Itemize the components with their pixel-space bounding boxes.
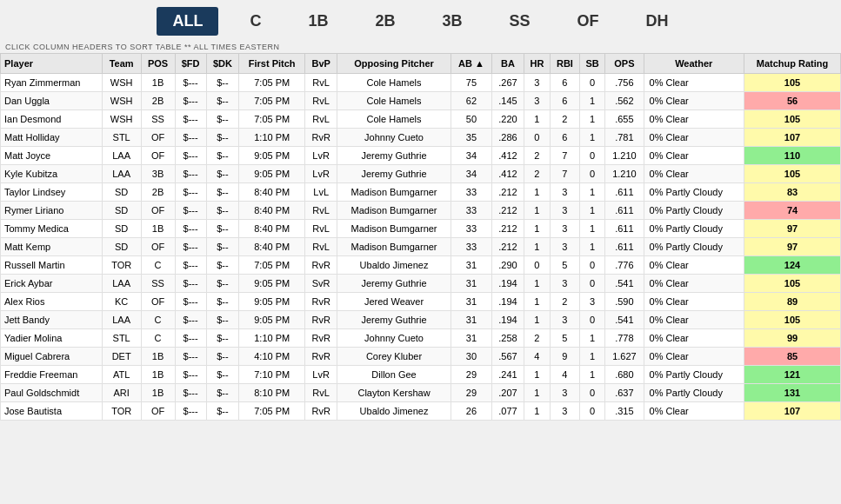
player-weather: 0% Partly Cloudy bbox=[644, 202, 744, 220]
player-fd: $--- bbox=[175, 129, 206, 147]
player-ba: .077 bbox=[492, 402, 524, 421]
col-pos[interactable]: POS bbox=[141, 54, 175, 74]
nav-c[interactable]: C bbox=[234, 7, 277, 36]
player-rating: 121 bbox=[744, 366, 841, 384]
player-pitcher: Jeremy Guthrie bbox=[337, 311, 451, 329]
player-ab: 33 bbox=[451, 202, 491, 220]
player-name: Taylor Lindsey bbox=[1, 183, 103, 202]
col-ab[interactable]: AB ▲ bbox=[451, 54, 491, 74]
nav-all[interactable]: ALL bbox=[157, 7, 218, 36]
player-ba: .212 bbox=[492, 220, 524, 238]
player-hr: 1 bbox=[524, 366, 550, 384]
player-name: Matt Joyce bbox=[1, 147, 103, 165]
player-ab: 34 bbox=[451, 165, 491, 183]
player-weather: 0% Partly Cloudy bbox=[644, 220, 744, 238]
player-pos: 1B bbox=[141, 74, 175, 92]
player-team: SD bbox=[102, 238, 141, 256]
player-pitcher: Cole Hamels bbox=[337, 110, 451, 129]
col-ops[interactable]: OPS bbox=[605, 54, 644, 74]
player-sb: 1 bbox=[579, 202, 604, 220]
nav-dh[interactable]: DH bbox=[631, 7, 684, 36]
player-team: LAA bbox=[102, 275, 141, 293]
player-pitcher: Cole Hamels bbox=[337, 92, 451, 110]
col-team[interactable]: Team bbox=[102, 54, 141, 74]
player-name: Kyle Kubitza bbox=[1, 165, 103, 183]
col-ba[interactable]: BA bbox=[492, 54, 524, 74]
player-ops: .611 bbox=[605, 183, 644, 202]
player-pos: 1B bbox=[141, 220, 175, 238]
col-weather[interactable]: Weather bbox=[644, 54, 744, 74]
col-fd[interactable]: $FD bbox=[175, 54, 206, 74]
player-name: Miguel Cabrera bbox=[1, 348, 103, 366]
col-hr[interactable]: HR bbox=[524, 54, 550, 74]
player-team: DET bbox=[102, 348, 141, 366]
player-team: SD bbox=[102, 183, 141, 202]
player-dk: $-- bbox=[206, 74, 239, 92]
table-row: Kyle Kubitza LAA 3B $--- $-- 9:05 PM LvR… bbox=[1, 165, 841, 183]
player-ops: .541 bbox=[605, 311, 644, 329]
nav-2b[interactable]: 2B bbox=[359, 7, 410, 36]
player-dk: $-- bbox=[206, 384, 239, 402]
player-rating: 74 bbox=[744, 202, 841, 220]
player-team: TOR bbox=[102, 256, 141, 275]
player-ops: .781 bbox=[605, 129, 644, 147]
player-rating: 97 bbox=[744, 220, 841, 238]
player-fp: 4:10 PM bbox=[239, 348, 305, 366]
player-bvp: LvR bbox=[305, 147, 337, 165]
nav-3b[interactable]: 3B bbox=[427, 7, 478, 36]
player-ops: .778 bbox=[605, 329, 644, 348]
player-pitcher: Ubaldo Jimenez bbox=[337, 402, 451, 421]
nav-of[interactable]: OF bbox=[562, 7, 615, 36]
player-pitcher: Madison Bumgarner bbox=[337, 220, 451, 238]
player-ops: .655 bbox=[605, 110, 644, 129]
player-ba: .194 bbox=[492, 275, 524, 293]
player-ba: .212 bbox=[492, 238, 524, 256]
player-team: WSH bbox=[102, 74, 141, 92]
player-fd: $--- bbox=[175, 110, 206, 129]
nav-ss[interactable]: SS bbox=[494, 7, 546, 36]
player-table: Player Team POS $FD $DK First Pitch BvP … bbox=[0, 53, 841, 421]
player-fp: 8:40 PM bbox=[239, 202, 305, 220]
col-rating[interactable]: Matchup Rating bbox=[744, 54, 841, 74]
player-ops: .590 bbox=[605, 293, 644, 311]
player-rating: 131 bbox=[744, 384, 841, 402]
player-rating: 105 bbox=[744, 165, 841, 183]
player-sb: 0 bbox=[579, 402, 604, 421]
col-pitcher[interactable]: Opposing Pitcher bbox=[337, 54, 451, 74]
table-row: Alex Rios KC OF $--- $-- 9:05 PM RvR Jer… bbox=[1, 293, 841, 311]
player-pitcher: Jeremy Guthrie bbox=[337, 165, 451, 183]
player-dk: $-- bbox=[206, 110, 239, 129]
player-team: LAA bbox=[102, 147, 141, 165]
player-ba: .145 bbox=[492, 92, 524, 110]
player-hr: 1 bbox=[524, 275, 550, 293]
player-fd: $--- bbox=[175, 238, 206, 256]
player-ba: .207 bbox=[492, 384, 524, 402]
player-bvp: RvR bbox=[305, 311, 337, 329]
player-ab: 31 bbox=[451, 256, 491, 275]
player-ops: .680 bbox=[605, 366, 644, 384]
col-dk[interactable]: $DK bbox=[206, 54, 239, 74]
player-rating: 107 bbox=[744, 402, 841, 421]
player-pos: OF bbox=[141, 202, 175, 220]
player-pos: 1B bbox=[141, 384, 175, 402]
player-team: LAA bbox=[102, 165, 141, 183]
nav-1b[interactable]: 1B bbox=[292, 7, 344, 36]
col-player[interactable]: Player bbox=[1, 54, 103, 74]
player-pos: OF bbox=[141, 129, 175, 147]
table-row: Paul Goldschmidt ARI 1B $--- $-- 8:10 PM… bbox=[1, 384, 841, 402]
player-ops: .776 bbox=[605, 256, 644, 275]
col-bvp[interactable]: BvP bbox=[305, 54, 337, 74]
player-pitcher: Ubaldo Jimenez bbox=[337, 256, 451, 275]
player-rating: 89 bbox=[744, 293, 841, 311]
player-name: Russell Martin bbox=[1, 256, 103, 275]
table-row: Erick Aybar LAA SS $--- $-- 9:05 PM SvR … bbox=[1, 275, 841, 293]
player-fp: 7:05 PM bbox=[239, 110, 305, 129]
col-sb[interactable]: SB bbox=[579, 54, 604, 74]
col-rbi[interactable]: RBI bbox=[551, 54, 580, 74]
player-rating: 105 bbox=[744, 275, 841, 293]
col-fp[interactable]: First Pitch bbox=[239, 54, 305, 74]
player-ab: 75 bbox=[451, 74, 491, 92]
player-rating: 107 bbox=[744, 129, 841, 147]
player-hr: 1 bbox=[524, 293, 550, 311]
player-bvp: RvR bbox=[305, 402, 337, 421]
